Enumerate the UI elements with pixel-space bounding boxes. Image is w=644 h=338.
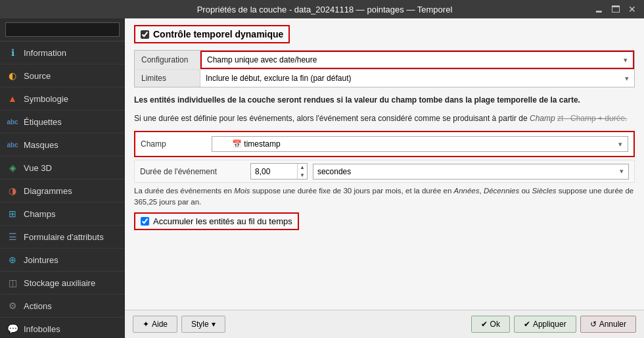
form-icon: ☰ bbox=[7, 231, 18, 243]
bottom-bar: ✦ Aide Style ▾ ✔ Ok ✔ Appliquer ↺ bbox=[125, 310, 644, 338]
bottom-left: ✦ Aide Style ▾ bbox=[133, 316, 225, 333]
bottom-right: ✔ Ok ✔ Appliquer ↺ Annuler bbox=[471, 316, 636, 333]
sidebar-item-diagrammes[interactable]: ◑ Diagrammes bbox=[0, 180, 125, 203]
config-select[interactable]: Champ unique avec date/heure bbox=[202, 52, 633, 68]
sidebar-label-information: Information bbox=[24, 48, 66, 58]
duration-up-arrow[interactable]: ▲ bbox=[298, 164, 307, 172]
accumulate-section: Accumuler les entités au fil du temps bbox=[134, 212, 299, 230]
duration-unit-select[interactable]: secondes bbox=[313, 164, 629, 180]
duration-input[interactable] bbox=[251, 165, 297, 178]
duration-note: La durée des événements en Mois suppose … bbox=[134, 185, 635, 208]
sidebar-item-etiquettes[interactable]: abc Étiquettes bbox=[0, 110, 125, 133]
diagrams-icon: ◑ bbox=[7, 185, 18, 197]
maximize-button[interactable]: 🗖 bbox=[609, 4, 623, 14]
style-button[interactable]: Style ▾ bbox=[181, 316, 225, 333]
style-label: Style bbox=[191, 320, 209, 329]
window-title: Propriétés de la couche - data_20241118 … bbox=[58, 5, 591, 14]
close-button[interactable]: ✕ bbox=[626, 4, 639, 14]
limits-select-wrapper: Inclure le début, exclure la fin (par dé… bbox=[200, 70, 634, 86]
sidebar-label-masques: Masques bbox=[24, 140, 58, 150]
config-select-wrapper: Champ unique avec date/heure bbox=[202, 52, 633, 68]
source-icon: ◐ bbox=[7, 70, 18, 82]
duration-down-arrow[interactable]: ▼ bbox=[298, 172, 307, 180]
ok-button[interactable]: ✔ Ok bbox=[471, 316, 510, 333]
temporal-control-header: Contrôle temporel dynamique bbox=[134, 25, 290, 43]
sidebar-item-symbologie[interactable]: ▲ Symbologie bbox=[0, 87, 125, 110]
masks-icon: abc bbox=[7, 139, 18, 151]
champ-section: Champ 📅 timestamp bbox=[134, 131, 635, 157]
ok-icon: ✔ bbox=[481, 320, 488, 329]
duration-row: Durée de l'événement ▲ ▼ secondes bbox=[134, 160, 635, 183]
config-label: Configuration bbox=[135, 51, 200, 69]
sidebar-label-actions: Actions bbox=[24, 301, 52, 311]
cancel-label: Annuler bbox=[599, 320, 626, 329]
champ-row: Champ 📅 timestamp bbox=[135, 132, 633, 156]
description-1: Les entités individuelles de la couche s… bbox=[134, 94, 635, 106]
config-row: Configuration Champ unique avec date/heu… bbox=[135, 51, 634, 70]
apply-icon: ✔ bbox=[524, 320, 530, 329]
help-icon: ✦ bbox=[143, 320, 149, 329]
champ-select-wrapper: 📅 timestamp bbox=[212, 136, 628, 152]
sidebar: ℹ Information ◐ Source ▲ Symbologie abc … bbox=[0, 18, 125, 338]
duration-unit-wrapper: secondes bbox=[313, 164, 629, 180]
sidebar-label-etiquettes: Étiquettes bbox=[24, 117, 62, 127]
config-value-wrapper: Champ unique avec date/heure bbox=[200, 51, 634, 69]
duration-input-wrapper: ▲ ▼ bbox=[250, 163, 308, 180]
accumulate-checkbox[interactable] bbox=[141, 217, 149, 226]
sidebar-label-infobolles: Infobolles bbox=[24, 324, 60, 334]
duration-label: Durée de l'événement bbox=[140, 167, 245, 176]
cancel-button[interactable]: ↺ Annuler bbox=[580, 316, 636, 333]
content-area: Contrôle temporel dynamique Configuratio… bbox=[125, 18, 644, 338]
ok-label: Ok bbox=[490, 320, 500, 329]
temporal-checkbox[interactable] bbox=[141, 30, 149, 39]
sidebar-label-vue3d: Vue 3D bbox=[24, 163, 52, 173]
description-1-bold: Les entités individuelles de la couche s… bbox=[134, 95, 580, 105]
champ-label: Champ bbox=[141, 139, 206, 149]
sidebar-label-formulaire: Formulaire d'attributs bbox=[24, 232, 104, 242]
sidebar-item-source[interactable]: ◐ Source bbox=[0, 64, 125, 87]
tooltips-icon: 💬 bbox=[7, 323, 18, 335]
duration-spinners: ▲ ▼ bbox=[297, 164, 307, 179]
sidebar-search-wrapper bbox=[0, 18, 125, 41]
sidebar-item-jointures[interactable]: ⊕ Jointures bbox=[0, 249, 125, 272]
labels-icon: abc bbox=[7, 116, 18, 128]
joins-icon: ⊕ bbox=[7, 254, 18, 266]
apply-button[interactable]: ✔ Appliquer bbox=[514, 316, 576, 333]
sidebar-item-vue3d[interactable]: ◈ Vue 3D bbox=[0, 157, 125, 180]
sidebar-label-diagrammes: Diagrammes bbox=[24, 186, 72, 196]
main-layout: ℹ Information ◐ Source ▲ Symbologie abc … bbox=[0, 18, 644, 338]
help-button[interactable]: ✦ Aide bbox=[133, 316, 177, 333]
actions-icon: ⚙ bbox=[7, 300, 18, 312]
description-2-strikethrough: zt - Champ + durée. bbox=[557, 114, 627, 123]
title-bar: Propriétés de la couche - data_20241118 … bbox=[0, 0, 644, 18]
description-2-text: Si une durée est définie pour les événem… bbox=[134, 114, 555, 123]
tab-content: Contrôle temporel dynamique Configuratio… bbox=[125, 18, 644, 310]
sidebar-item-champs[interactable]: ⊞ Champs bbox=[0, 203, 125, 226]
description-2: Si une durée est définie pour les événem… bbox=[134, 112, 635, 124]
limits-select[interactable]: Inclure le début, exclure la fin (par dé… bbox=[200, 70, 634, 86]
sidebar-label-source: Source bbox=[24, 71, 51, 81]
info-icon: ℹ bbox=[7, 47, 18, 59]
vue3d-icon: ◈ bbox=[7, 162, 18, 174]
sidebar-item-information[interactable]: ℹ Information bbox=[0, 41, 125, 64]
sidebar-label-symbologie: Symbologie bbox=[24, 94, 68, 104]
symbology-icon: ▲ bbox=[7, 93, 18, 105]
sidebar-label-champs: Champs bbox=[24, 209, 55, 219]
sidebar-item-stockage[interactable]: ◫ Stockage auxiliaire bbox=[0, 272, 125, 295]
sidebar-item-masques[interactable]: abc Masques bbox=[0, 133, 125, 157]
sidebar-label-stockage: Stockage auxiliaire bbox=[24, 278, 95, 288]
sidebar-item-formulaire[interactable]: ☰ Formulaire d'attributs bbox=[0, 226, 125, 249]
sidebar-item-actions[interactable]: ⚙ Actions bbox=[0, 295, 125, 318]
champ-select[interactable]: 📅 timestamp bbox=[212, 137, 628, 151]
sidebar-item-infobolles[interactable]: 💬 Infobolles bbox=[0, 318, 125, 338]
search-input[interactable] bbox=[5, 22, 120, 37]
storage-icon: ◫ bbox=[7, 277, 18, 289]
temporal-checkbox-label: Contrôle temporel dynamique bbox=[153, 29, 283, 39]
limits-row: Limites Inclure le début, exclure la fin… bbox=[135, 70, 634, 87]
limits-value-wrapper: Inclure le début, exclure la fin (par dé… bbox=[200, 70, 634, 87]
fields-icon: ⊞ bbox=[7, 208, 18, 220]
minimize-button[interactable]: 🗕 bbox=[591, 4, 606, 14]
sidebar-label-jointures: Jointures bbox=[24, 255, 58, 265]
window-controls[interactable]: 🗕 🗖 ✕ bbox=[591, 4, 639, 14]
sidebar-items-list: ℹ Information ◐ Source ▲ Symbologie abc … bbox=[0, 41, 125, 338]
